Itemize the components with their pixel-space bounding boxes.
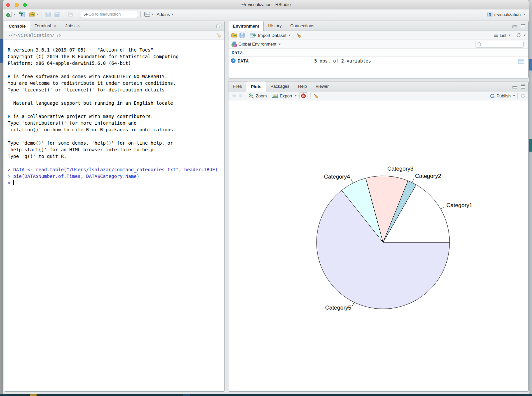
view-data-grid-icon[interactable]: [518, 58, 524, 64]
console-line: R is free software and comes with ABSOLU…: [8, 73, 224, 80]
maximize-pane-icon[interactable]: [216, 23, 222, 29]
goto-directory-icon[interactable]: [57, 33, 62, 38]
refresh-plot-button[interactable]: [520, 93, 526, 98]
import-dataset-label: Import Dataset: [258, 33, 286, 38]
global-environment-icon: [231, 41, 237, 47]
previous-plot-button[interactable]: [231, 93, 236, 98]
save-workspace-button[interactable]: [239, 33, 245, 38]
save-all-button[interactable]: [53, 11, 62, 18]
clear-environment-button[interactable]: [296, 33, 301, 38]
zoom-label: Zoom: [256, 93, 267, 98]
minimize-pane-icon[interactable]: [512, 24, 518, 28]
tab-viewer[interactable]: Viewer: [311, 81, 333, 91]
minimize-pane-icon[interactable]: [512, 84, 518, 89]
plot-display-area[interactable]: Category1Category2Category3Category4Cate…: [228, 100, 528, 391]
goto-file-function-input[interactable]: [88, 12, 136, 17]
pie-label-tick: [352, 303, 354, 306]
main-toolbar: R Ad: [3, 10, 529, 19]
chevron-down-icon: [524, 35, 526, 36]
broom-icon: [313, 93, 319, 99]
pane-layout-icon: [144, 12, 150, 17]
console-line: R is a collaborative project with many c…: [8, 113, 224, 120]
console-output[interactable]: R version 3.6.1 (2019-07-05) -- "Action …: [4, 40, 224, 391]
new-file-button[interactable]: [5, 11, 16, 18]
environment-search-box[interactable]: [475, 41, 524, 48]
environment-tabbar: Environment History Connections: [228, 21, 528, 31]
tab-jobs[interactable]: Jobs✕: [61, 21, 84, 31]
environment-scope-button[interactable]: Global Environment: [231, 41, 281, 47]
new-file-icon: [6, 11, 12, 17]
background-fragment: [529, 59, 532, 70]
import-dataset-button[interactable]: Import Dataset: [250, 33, 291, 38]
console-line: You are welcome to redistribute it under…: [8, 80, 224, 86]
chevron-down-icon: [523, 14, 525, 15]
environment-toolbar: Import Dataset List: [228, 31, 528, 40]
pie-label-category5: Category5: [325, 305, 351, 311]
close-icon[interactable]: ✕: [77, 24, 80, 28]
save-all-icon: [54, 12, 61, 17]
save-icon: [239, 33, 245, 38]
background-window-right: [529, 0, 532, 396]
toolbar-separator: [517, 93, 518, 99]
zoom-plot-button[interactable]: Zoom: [248, 93, 267, 99]
clear-all-plots-button[interactable]: [313, 93, 319, 99]
pane-layout-button[interactable]: [143, 11, 154, 18]
tab-history[interactable]: History: [264, 21, 286, 31]
open-folder-icon: [231, 33, 237, 38]
expand-object-icon[interactable]: [231, 58, 236, 63]
tab-files[interactable]: Files: [228, 81, 246, 91]
export-image-icon: [272, 93, 278, 98]
titlebar: ~/r-visualization - RStudio: [3, 0, 529, 9]
tab-environment[interactable]: Environment: [228, 21, 264, 31]
import-dataset-icon: [250, 33, 257, 38]
toolbar-separator: [247, 33, 247, 38]
environment-view-toggle[interactable]: List: [493, 33, 511, 38]
environment-object-row[interactable]: DATA 5 obs. of 2 variables: [228, 57, 528, 65]
console-line: [8, 106, 224, 113]
console-line: Platform: x86_64-apple-darwin15.6.0 (64-…: [8, 60, 224, 66]
pie-label-category2: Category2: [415, 173, 441, 179]
close-icon[interactable]: ✕: [53, 24, 57, 28]
new-project-icon: R: [19, 11, 25, 18]
pie-label-tick: [351, 179, 353, 183]
new-project-button[interactable]: R: [18, 11, 26, 18]
load-workspace-button[interactable]: [231, 33, 237, 38]
back-arrow-icon: [231, 93, 236, 98]
text-cursor: [13, 180, 14, 185]
console-line: Type 'license()' or 'licence()' for dist…: [8, 86, 224, 93]
svg-text:R: R: [488, 12, 491, 16]
tab-console[interactable]: Console: [4, 21, 30, 31]
addins-button[interactable]: Addins: [154, 11, 175, 18]
tab-packages[interactable]: Packages: [266, 81, 294, 91]
toolbar-separator: [293, 33, 293, 38]
environment-search-input[interactable]: [482, 42, 522, 47]
tab-terminal[interactable]: Terminal✕: [30, 21, 61, 31]
export-plot-button[interactable]: Export: [272, 93, 297, 98]
chevron-down-icon: [13, 14, 15, 15]
goto-file-function-box[interactable]: [81, 11, 138, 18]
remove-plot-button[interactable]: [299, 92, 308, 99]
print-button[interactable]: [66, 11, 74, 18]
tab-connections[interactable]: Connections: [286, 21, 319, 31]
open-file-button[interactable]: [28, 11, 39, 18]
search-icon: [477, 42, 482, 47]
console-working-dir-bar: ~/r-visualization/: [4, 31, 224, 40]
console-line: >: [8, 180, 224, 186]
tab-plots[interactable]: Plots: [246, 81, 266, 91]
toolbar-separator: [42, 11, 42, 18]
pie-label-category1: Category1: [446, 202, 472, 208]
maximize-pane-icon[interactable]: [520, 84, 526, 89]
console-line: [8, 66, 224, 73]
refresh-environment-button[interactable]: [516, 33, 526, 38]
toolbar-separator: [310, 93, 311, 99]
save-button[interactable]: [44, 11, 52, 18]
console-line: 'help.start()' for an HTML browser inter…: [8, 146, 224, 153]
maximize-pane-icon[interactable]: [520, 24, 526, 28]
project-menu-button[interactable]: R r-visualization: [486, 11, 527, 18]
publish-plot-button[interactable]: Publish: [489, 93, 515, 98]
next-plot-button[interactable]: [238, 93, 243, 98]
working-dir-label[interactable]: ~/r-visualization/: [8, 33, 55, 38]
tab-help[interactable]: Help: [294, 81, 311, 91]
refresh-icon: [516, 33, 521, 38]
clear-console-icon[interactable]: [215, 32, 221, 38]
